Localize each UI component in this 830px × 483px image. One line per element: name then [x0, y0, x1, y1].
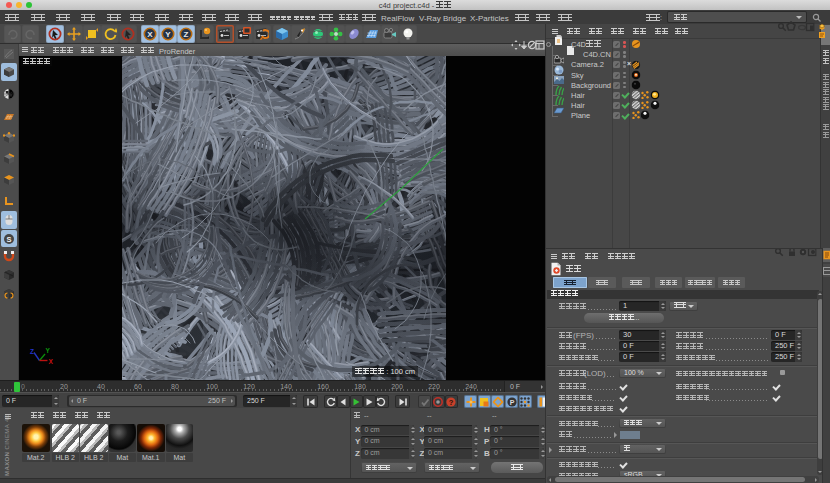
- svg-text:P: P: [509, 398, 514, 405]
- svg-text:?: ?: [449, 397, 454, 406]
- svg-text:Y: Y: [46, 347, 51, 354]
- svg-text:Z: Z: [30, 348, 34, 355]
- svg-text:Z: Z: [183, 30, 188, 39]
- svg-text:Y: Y: [165, 30, 171, 39]
- svg-text:S: S: [6, 234, 11, 243]
- svg-text:X: X: [147, 30, 153, 39]
- svg-text:X: X: [49, 358, 54, 365]
